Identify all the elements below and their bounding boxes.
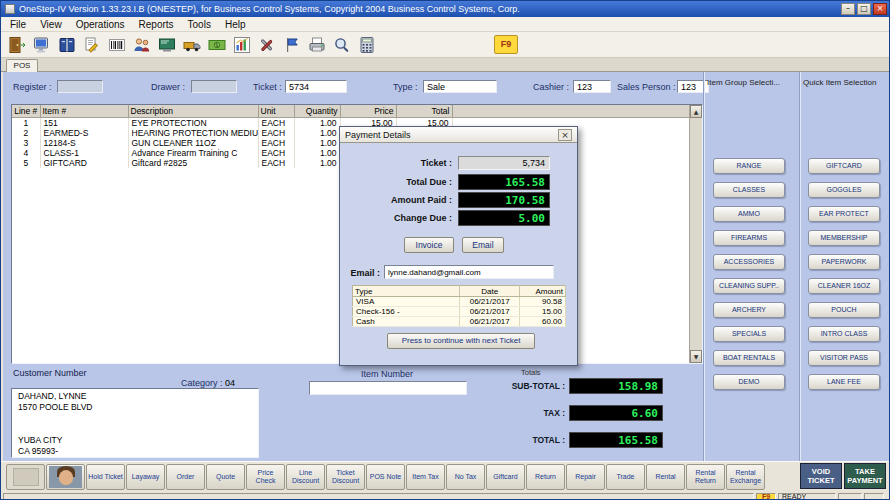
reports-chart-icon[interactable]: [229, 34, 254, 56]
ledger-book-icon[interactable]: [54, 34, 79, 56]
customer-state-zip: CA 95993-: [18, 446, 252, 457]
bottom-button-rental-return[interactable]: Rental Return: [686, 464, 725, 490]
menu-item-reports[interactable]: Reports: [132, 18, 181, 31]
money-icon[interactable]: $: [204, 34, 229, 56]
take-payment-button[interactable]: TAKE PAYMENT: [844, 463, 886, 489]
items-column-header: Price: [340, 105, 396, 117]
payments-header-row: TypeDateAmount: [353, 286, 566, 297]
fax-icon[interactable]: [304, 34, 329, 56]
bottom-button-trade[interactable]: Trade: [606, 464, 645, 490]
menu-item-file[interactable]: File: [3, 18, 33, 31]
customer-name: DAHAND, LYNNE: [18, 391, 252, 402]
barcode-icon[interactable]: [104, 34, 129, 56]
close-icon[interactable]: ×: [873, 3, 887, 15]
customer-photo-button[interactable]: [46, 464, 85, 490]
amount-paid-label: Amount Paid :: [348, 195, 452, 205]
quick-button-giftcard[interactable]: GIFTCARD: [808, 158, 880, 174]
item-cell: Giftcard #2825: [128, 158, 258, 168]
group-button-specials[interactable]: SPECIALS: [713, 326, 785, 342]
item-cell: 1: [12, 117, 40, 128]
email-button[interactable]: Email: [462, 237, 504, 253]
items-scrollbar[interactable]: ▲ ▼: [689, 105, 702, 363]
group-button-archery[interactable]: ARCHERY: [713, 302, 785, 318]
dialog-close-icon[interactable]: ×: [558, 129, 572, 141]
item-cell: 3: [12, 138, 40, 148]
bottom-button-item-tax[interactable]: Item Tax: [406, 464, 445, 490]
bottom-button-layaway[interactable]: Layaway: [126, 464, 165, 490]
tab-pos[interactable]: POS: [6, 59, 38, 72]
bottom-button-return[interactable]: Return: [526, 464, 565, 490]
cashier-field[interactable]: 123: [573, 80, 611, 93]
scroll-down-icon[interactable]: ▼: [690, 350, 702, 363]
quick-button-pouch[interactable]: POUCH: [808, 302, 880, 318]
email-input[interactable]: [384, 265, 554, 279]
quick-button-goggles[interactable]: GOGGLES: [808, 182, 880, 198]
computer-icon[interactable]: [29, 34, 54, 56]
exit-door-icon[interactable]: [4, 34, 29, 56]
continue-next-ticket-button[interactable]: Press to continue with next Ticket: [387, 333, 535, 349]
flag-icon[interactable]: [279, 34, 304, 56]
menu-item-operations[interactable]: Operations: [69, 18, 132, 31]
bottom-button-quote[interactable]: Quote: [206, 464, 245, 490]
quick-button-lane-fee[interactable]: LANE FEE: [808, 374, 880, 390]
quick-button-visitor-pass[interactable]: VISITOR PASS: [808, 350, 880, 366]
dialog-title-bar[interactable]: Payment Details ×: [340, 127, 577, 143]
quick-button-membership[interactable]: MEMBERSHIP: [808, 230, 880, 246]
bottom-button-pos-note[interactable]: POS Note: [366, 464, 405, 490]
customers-icon[interactable]: [129, 34, 154, 56]
bottom-button-rental-exchange[interactable]: Rental Exchange: [726, 464, 765, 490]
bottom-button-ticket-discount[interactable]: Ticket Discount: [326, 464, 365, 490]
quick-button-ear-protect[interactable]: EAR PROTECT: [808, 206, 880, 222]
bottom-button-hold-ticket[interactable]: Hold Ticket: [86, 464, 125, 490]
menu-item-help[interactable]: Help: [218, 18, 253, 31]
documents-icon[interactable]: [79, 34, 104, 56]
delivery-truck-icon[interactable]: [179, 34, 204, 56]
group-button-classes[interactable]: CLASSES: [713, 182, 785, 198]
menu-item-view[interactable]: View: [33, 18, 69, 31]
menu-item-tools[interactable]: Tools: [181, 18, 218, 31]
minimize-icon[interactable]: –: [841, 3, 855, 15]
quick-button-intro-class[interactable]: INTRO CLASS: [808, 326, 880, 342]
dialog-ticket-label: Ticket :: [348, 158, 452, 168]
invoice-button[interactable]: Invoice: [404, 237, 454, 253]
calculator-icon[interactable]: [354, 34, 379, 56]
payment-row[interactable]: Cash06/21/201760.00: [353, 317, 566, 327]
type-field[interactable]: Sale: [423, 80, 497, 93]
bottom-button-line-discount[interactable]: Line Discount: [286, 464, 325, 490]
bottom-button-order[interactable]: Order: [166, 464, 205, 490]
f9-toolbar-button[interactable]: F9: [494, 35, 518, 54]
item-number-input[interactable]: [309, 381, 467, 395]
group-button-cleaning-supp[interactable]: CLEANING SUPP..: [713, 278, 785, 294]
item-cell: GIFTCARD: [40, 158, 128, 168]
maximize-icon[interactable]: □: [857, 3, 871, 15]
bottom-button-giftcard[interactable]: Giftcard: [486, 464, 525, 490]
customer-info-box[interactable]: DAHAND, LYNNE 1570 POOLE BLVD YUBA CITY …: [11, 388, 259, 458]
group-button-firearms[interactable]: FIREARMS: [713, 230, 785, 246]
group-button-accessories[interactable]: ACCESSORIES: [713, 254, 785, 270]
tax-display: 6.60: [569, 405, 663, 421]
payment-row[interactable]: VISA06/21/201790.58: [353, 297, 566, 307]
bottom-button-no-tax[interactable]: No Tax: [446, 464, 485, 490]
payment-row[interactable]: Check-156 -06/21/201715.00: [353, 307, 566, 317]
void-ticket-button[interactable]: VOID TICKET: [800, 463, 842, 489]
item-cell: EACH: [258, 117, 294, 128]
quick-button-paperwork[interactable]: PAPERWORK: [808, 254, 880, 270]
quick-button-cleaner-16oz[interactable]: CLEANER 16OZ: [808, 278, 880, 294]
dialog-ticket-value: 5,734: [458, 156, 550, 170]
bottom-button-rental[interactable]: Rental: [646, 464, 685, 490]
totals-caption: Totals: [521, 368, 541, 377]
ticket-field[interactable]: 5734: [285, 80, 347, 93]
scroll-up-icon[interactable]: ▲: [690, 105, 702, 118]
group-button-range[interactable]: RANGE: [713, 158, 785, 174]
bottom-button-repair[interactable]: Repair: [566, 464, 605, 490]
bottom-button-price-check[interactable]: Price Check: [246, 464, 285, 490]
group-button-boat-rentals[interactable]: BOAT RENTALS: [713, 350, 785, 366]
group-button-ammo[interactable]: AMMO: [713, 206, 785, 222]
tools-icon[interactable]: [254, 34, 279, 56]
item-cell: EYE PROTECTION: [128, 117, 258, 128]
search-icon[interactable]: [329, 34, 354, 56]
chalkboard-icon[interactable]: [154, 34, 179, 56]
group-button-demo[interactable]: DEMO: [713, 374, 785, 390]
window-title: OneStep-IV Version 1.33.23.I.B (ONESTEP)…: [19, 4, 839, 14]
item-cell: 1.00: [294, 138, 340, 148]
